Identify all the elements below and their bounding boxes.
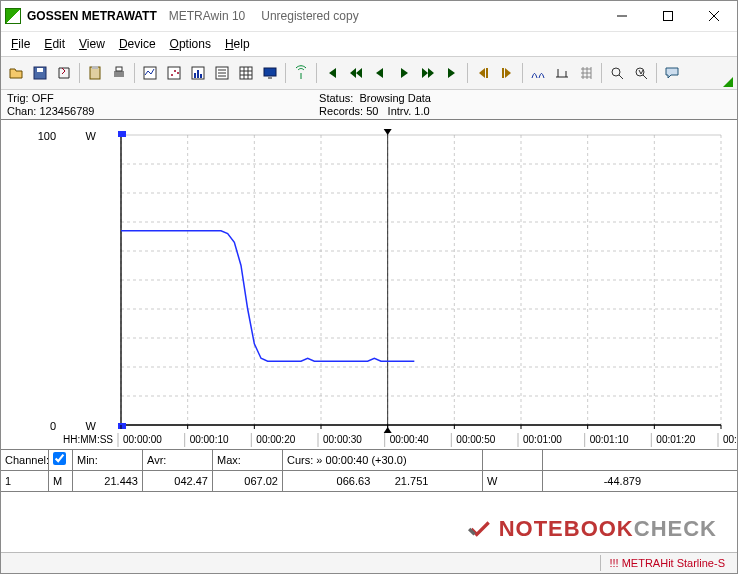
tool-grid-icon[interactable] <box>575 62 597 84</box>
svg-rect-4 <box>92 66 98 69</box>
svg-rect-0 <box>664 12 673 21</box>
tool-monitor-icon[interactable] <box>259 62 281 84</box>
svg-text:00:00:20: 00:00:20 <box>256 434 295 445</box>
toolbar-separator <box>79 63 80 83</box>
svg-rect-51 <box>118 131 126 137</box>
tool-next-icon[interactable] <box>393 62 415 84</box>
cell-avr: 042.47 <box>143 471 213 491</box>
menu-edit[interactable]: Edit <box>38 35 71 53</box>
svg-text:00:01:20: 00:01:20 <box>656 434 695 445</box>
title-note: Unregistered copy <box>261 9 358 23</box>
toolbar-separator <box>134 63 135 83</box>
statusbar: !!! METRAHit Starline-S <box>1 552 737 573</box>
tool-bargraph-icon[interactable] <box>187 62 209 84</box>
tool-save-icon[interactable] <box>29 62 51 84</box>
svg-rect-13 <box>194 73 196 78</box>
menu-file[interactable]: File <box>5 35 36 53</box>
menu-device[interactable]: Device <box>113 35 162 53</box>
svg-text:00:00:00: 00:00:00 <box>123 434 162 445</box>
table-empty-area: NOTEBOOKCHECK <box>1 491 737 552</box>
tool-comment-icon[interactable] <box>661 62 683 84</box>
app-icon <box>5 8 21 24</box>
svg-rect-52 <box>118 423 126 429</box>
info-status: Status: Browsing Data <box>319 92 431 104</box>
svg-text:00:00:30: 00:00:30 <box>323 434 362 445</box>
info-strip: Trig: OFF Chan: 123456789 Status: Browsi… <box>1 90 737 120</box>
svg-point-11 <box>177 72 179 74</box>
tool-zoom-x-icon[interactable] <box>606 62 628 84</box>
svg-text:100: 100 <box>38 130 56 142</box>
toolbar <box>1 57 737 90</box>
maximize-button[interactable] <box>645 1 691 31</box>
chart-area[interactable]: 1000WWHH:MM:SS00:00:0000:00:1000:00:2000… <box>1 120 737 449</box>
tool-zoom-y-icon[interactable] <box>630 62 652 84</box>
window-controls <box>599 1 737 31</box>
tool-text-icon[interactable] <box>211 62 233 84</box>
svg-text:00:01:30: 00:01:30 <box>723 434 737 445</box>
tool-channels-icon[interactable] <box>527 62 549 84</box>
svg-text:W: W <box>86 130 97 142</box>
tool-table-icon[interactable] <box>235 62 257 84</box>
svg-rect-6 <box>116 67 122 71</box>
tool-step-back-icon[interactable] <box>472 62 494 84</box>
tool-skip-start-icon[interactable] <box>321 62 343 84</box>
cell-max: 067.02 <box>213 471 283 491</box>
svg-rect-5 <box>114 71 124 77</box>
svg-rect-14 <box>197 70 199 78</box>
app-window: GOSSEN METRAWATT METRAwin 10 Unregistere… <box>0 0 738 574</box>
cell-channel: 1 <box>1 471 49 491</box>
toolbar-separator <box>316 63 317 83</box>
info-records: Records: 50 Intrv. 1.0 <box>319 105 431 117</box>
toolbar-separator <box>522 63 523 83</box>
info-trig: Trig: OFF <box>7 92 94 104</box>
tool-cursor-icon[interactable] <box>551 62 573 84</box>
tool-skip-end-icon[interactable] <box>441 62 463 84</box>
tool-chart-xy-icon[interactable] <box>163 62 185 84</box>
cell-unit: W <box>483 471 543 491</box>
svg-rect-15 <box>200 74 202 78</box>
svg-rect-18 <box>264 68 276 76</box>
svg-point-22 <box>612 68 620 76</box>
svg-point-10 <box>174 70 176 72</box>
tool-clipboard-icon[interactable] <box>84 62 106 84</box>
svg-text:0: 0 <box>50 420 56 432</box>
tool-antenna-icon[interactable] <box>290 62 312 84</box>
tool-forward-icon[interactable] <box>417 62 439 84</box>
tool-prev-icon[interactable] <box>369 62 391 84</box>
svg-rect-17 <box>240 67 252 79</box>
titlebar: GOSSEN METRAWATT METRAwin 10 Unregistere… <box>1 1 737 32</box>
svg-text:00:00:10: 00:00:10 <box>190 434 229 445</box>
svg-text:HH:MM:SS: HH:MM:SS <box>63 434 113 445</box>
tool-print-icon[interactable] <box>108 62 130 84</box>
table-row[interactable]: 1 M 21.443 042.47 067.02 066.63 21.751 W… <box>1 471 737 491</box>
tool-rewind-icon[interactable] <box>345 62 367 84</box>
menu-help[interactable]: Help <box>219 35 256 53</box>
tool-chart-yt-icon[interactable] <box>139 62 161 84</box>
tool-step-fwd-icon[interactable] <box>496 62 518 84</box>
cell-delta: -44.879 <box>545 471 645 491</box>
toolbar-separator <box>601 63 602 83</box>
menu-view[interactable]: View <box>73 35 111 53</box>
watermark: NOTEBOOKCHECK <box>467 516 717 542</box>
svg-text:00:00:50: 00:00:50 <box>456 434 495 445</box>
svg-rect-2 <box>37 68 43 72</box>
minimize-button[interactable] <box>599 1 645 31</box>
chart-canvas: 1000WWHH:MM:SS00:00:0000:00:1000:00:2000… <box>1 120 737 465</box>
tool-export-icon[interactable] <box>53 62 75 84</box>
cell-min: 21.443 <box>73 471 143 491</box>
title-brand: GOSSEN METRAWATT <box>27 9 157 23</box>
svg-rect-20 <box>486 68 488 78</box>
menu-options[interactable]: Options <box>164 35 217 53</box>
toolbar-separator <box>656 63 657 83</box>
tool-open-icon[interactable] <box>5 62 27 84</box>
cell-curs: 066.63 21.751 <box>283 471 483 491</box>
svg-text:W: W <box>86 420 97 432</box>
svg-text:00:00:40: 00:00:40 <box>390 434 429 445</box>
status-device: !!! METRAHit Starline-S <box>600 555 733 571</box>
svg-text:00:01:00: 00:01:00 <box>523 434 562 445</box>
toolbar-separator <box>285 63 286 83</box>
info-chan: Chan: 123456789 <box>7 105 94 117</box>
cell-kind: M <box>49 471 73 491</box>
svg-rect-19 <box>268 77 272 79</box>
close-button[interactable] <box>691 1 737 31</box>
